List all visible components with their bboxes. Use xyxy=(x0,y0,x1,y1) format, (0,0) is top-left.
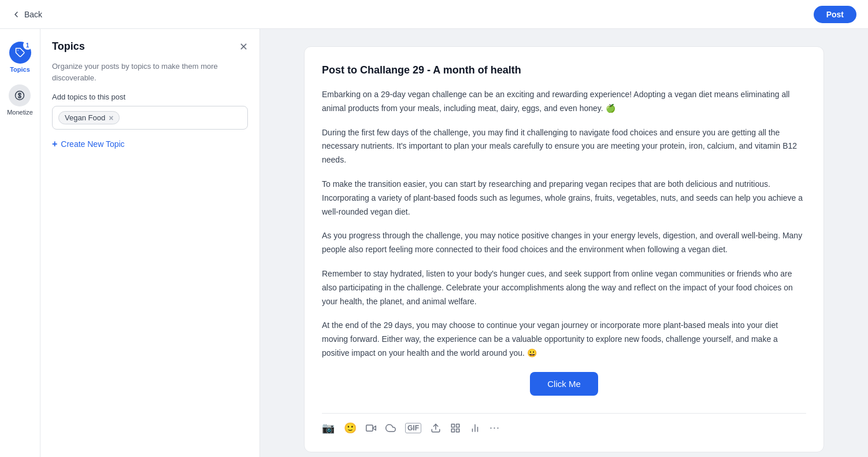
svg-rect-8 xyxy=(457,429,459,432)
topbar: Back Post xyxy=(0,0,868,29)
post-paragraph-2: During the first few days of the challen… xyxy=(322,126,806,167)
click-me-button[interactable]: Click Me xyxy=(530,372,598,396)
svg-rect-6 xyxy=(451,424,454,427)
post-paragraph-6: At the end of the 29 days, you may choos… xyxy=(322,319,806,360)
sidebar-item-topics[interactable]: 1 Topics xyxy=(6,38,35,76)
topic-tag-remove[interactable]: × xyxy=(109,114,113,122)
video-icon[interactable] xyxy=(366,423,376,433)
monetize-label: Monetize xyxy=(7,109,33,116)
create-new-topic[interactable]: + Create New Topic xyxy=(52,139,248,149)
emoji-icon[interactable]: 🙂 xyxy=(344,422,357,434)
topic-tag-label: Vegan Food xyxy=(65,113,105,122)
back-label: Back xyxy=(24,10,42,19)
svg-rect-7 xyxy=(457,424,459,427)
post-paragraph-5: Remember to stay hydrated, listen to you… xyxy=(322,267,806,308)
post-button[interactable]: Post xyxy=(814,6,856,23)
topics-badge: 1 xyxy=(23,40,32,50)
post-paragraph-3: To make the transition easier, you can s… xyxy=(322,178,806,219)
svg-rect-4 xyxy=(366,425,373,432)
post-paragraph-1: Embarking on a 29-day vegan challenge ca… xyxy=(322,88,806,116)
click-me-container: Click Me xyxy=(322,372,806,396)
topic-tag-vegan-food: Vegan Food × xyxy=(58,111,120,124)
back-button[interactable]: Back xyxy=(12,10,42,19)
more-icon[interactable]: ··· xyxy=(489,422,500,434)
camera-icon[interactable]: 📷 xyxy=(322,422,335,434)
svg-marker-3 xyxy=(373,426,376,430)
chart-icon[interactable] xyxy=(470,423,480,433)
topics-description: Organize your posts by topics to make th… xyxy=(52,61,248,83)
topics-title: Topics xyxy=(52,40,85,53)
main-content: Post to Challange 29 - A month of health… xyxy=(260,29,868,457)
post-paragraph-4: As you progress through the challenge, y… xyxy=(322,229,806,257)
svg-rect-9 xyxy=(451,429,454,432)
sidebar-icons: 1 Topics Monetize xyxy=(0,29,40,457)
post-card: Post to Challange 29 - A month of health… xyxy=(304,46,824,452)
upload-icon[interactable] xyxy=(431,423,441,433)
back-arrow-icon xyxy=(12,10,21,19)
topics-input-area[interactable]: Vegan Food × xyxy=(52,106,248,130)
topics-label: Topics xyxy=(10,66,30,73)
create-new-topic-label: Create New Topic xyxy=(61,139,124,149)
gif-icon[interactable]: GIF xyxy=(405,423,421,433)
tag-icon xyxy=(15,47,25,58)
layout: 1 Topics Monetize Topics ✕ Organize your… xyxy=(0,29,868,457)
topics-header: Topics ✕ xyxy=(52,40,248,53)
post-title: Post to Challange 29 - A month of health xyxy=(322,64,806,76)
grid-icon[interactable] xyxy=(450,423,461,433)
sidebar-item-monetize[interactable]: Monetize xyxy=(3,81,36,119)
dollar-icon xyxy=(14,90,25,101)
topics-close-button[interactable]: ✕ xyxy=(239,42,248,52)
cloud-icon[interactable] xyxy=(385,423,396,433)
topics-icon-circle: 1 xyxy=(9,42,31,64)
topics-panel: Topics ✕ Organize your posts by topics t… xyxy=(40,29,260,457)
toolbar: 📷 🙂 GIF xyxy=(322,413,806,434)
add-topics-label: Add topics to this post xyxy=(52,93,248,101)
plus-icon: + xyxy=(52,139,57,149)
monetize-icon-circle xyxy=(9,84,31,106)
